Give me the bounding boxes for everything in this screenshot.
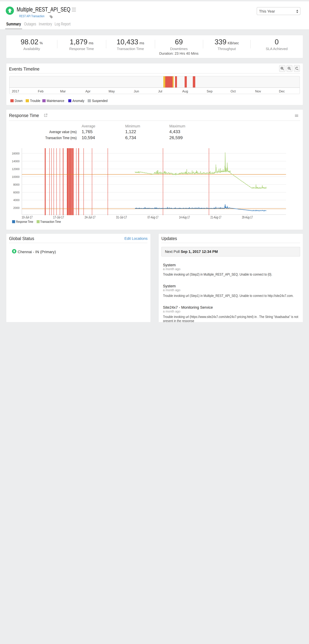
svg-text:Transaction Time: Transaction Time: [40, 220, 61, 224]
svg-text:31-Jul-17: 31-Jul-17: [116, 215, 127, 219]
svg-text:4000: 4000: [13, 198, 19, 202]
svg-text:12000: 12000: [12, 167, 19, 171]
svg-text:6000: 6000: [13, 191, 19, 194]
svg-text:24-Jul-17: 24-Jul-17: [84, 215, 95, 219]
svg-text:14000: 14000: [12, 160, 19, 163]
svg-text:07-Aug-17: 07-Aug-17: [147, 215, 158, 219]
svg-text:10-Jul-17: 10-Jul-17: [21, 215, 32, 219]
svg-text:17-Jul-17: 17-Jul-17: [53, 215, 64, 219]
svg-text:10000: 10000: [12, 175, 19, 178]
svg-text:14-Aug-17: 14-Aug-17: [179, 215, 190, 219]
svg-text:16000: 16000: [12, 152, 19, 155]
svg-text:21-Aug-17: 21-Aug-17: [210, 215, 221, 219]
svg-text:2000: 2000: [13, 206, 19, 210]
svg-text:Response Time: Response Time: [16, 220, 33, 224]
svg-text:28-Aug-17: 28-Aug-17: [242, 215, 253, 219]
svg-text:8000: 8000: [13, 183, 19, 186]
